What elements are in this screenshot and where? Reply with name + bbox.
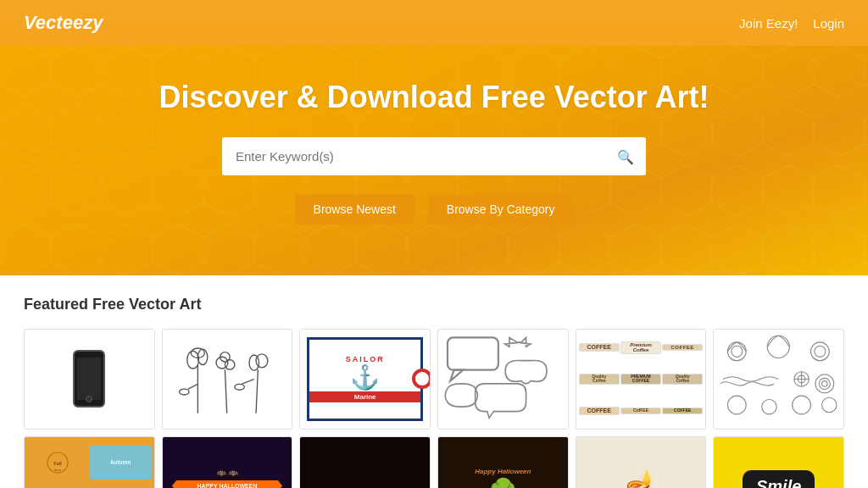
svg-point-19	[732, 346, 743, 357]
lifebuoy	[412, 369, 431, 389]
grid-item-halloween-banner[interactable]: 🦇 🦇 HAPPY HALLOWEEN HAPPY HALLOWEEN	[162, 436, 293, 488]
bat-icon: 🦇 🦇	[216, 469, 239, 478]
phone-home-button	[86, 396, 92, 402]
autumn-sub-2: Autumn	[90, 446, 151, 480]
logo[interactable]: Vecteezy	[24, 12, 103, 34]
coffee-badge-9: COFFEE	[662, 408, 703, 414]
halloween-tree-icon: 🌳	[488, 477, 518, 488]
svg-point-12	[180, 389, 189, 395]
main-content: Featured Free Vector Art	[0, 275, 868, 488]
coffee-badge-5: PREMIUMCOFFEE	[620, 374, 661, 385]
svg-point-20	[768, 336, 790, 358]
svg-point-28	[820, 378, 831, 389]
svg-text:Fall: Fall	[53, 461, 62, 466]
join-link[interactable]: Join Eezy!	[739, 16, 798, 30]
section-title: Featured Free Vector Art	[24, 296, 844, 313]
header: Vecteezy Join Eezy! Login Discover & Dow…	[0, 0, 868, 275]
grid-item-speech[interactable]	[437, 329, 569, 430]
coffee-badge-1: COFFEE	[579, 343, 620, 352]
featured-grid-row2: Fallhere Autumn 🍂here 🍁 🦇 🦇 HAPPY HALLOW…	[24, 436, 844, 488]
sailor-text-top: SAILOR	[346, 355, 385, 363]
svg-point-32	[793, 396, 811, 414]
grid-item-halloween-pumpkin[interactable]: 🎃🎃🎃	[299, 436, 431, 488]
grid-item-halloween-tree[interactable]: Happy Halloween 🌳	[437, 436, 569, 488]
svg-point-5	[216, 357, 228, 369]
featured-grid-row1: SAILOR ⚓ Marine COFFEE PremiumCoffee COF…	[24, 329, 844, 430]
diwali-lamp-icon: 🪔	[626, 468, 655, 488]
grid-item-flowers[interactable]	[162, 329, 293, 430]
hero-section: Discover & Download Free Vector Art! 🔍 B…	[0, 46, 868, 275]
svg-point-30	[728, 396, 747, 414]
svg-point-10	[256, 354, 268, 368]
svg-point-1	[187, 351, 199, 369]
svg-line-4	[225, 369, 227, 413]
svg-line-13	[242, 379, 254, 384]
svg-point-29	[822, 381, 828, 387]
halloween-banner-1: HAPPY HALLOWEEN	[172, 480, 282, 488]
svg-text:here: here	[54, 469, 62, 473]
svg-point-27	[815, 374, 834, 393]
grid-item-coffee[interactable]: COFFEE PremiumCoffee COFFEE QualityCoffe…	[576, 329, 707, 430]
search-bar: 🔍	[222, 137, 646, 175]
search-input[interactable]	[222, 137, 646, 175]
speech-svg	[442, 333, 565, 425]
top-nav: Vecteezy Join Eezy! Login	[0, 0, 868, 46]
browse-category-button[interactable]: Browse By Category	[428, 194, 574, 225]
flower-svg	[169, 335, 285, 424]
svg-point-21	[811, 342, 830, 361]
coffee-badge-8: CofFEE	[620, 408, 661, 414]
grid-item-autumn[interactable]: Fallhere Autumn 🍂here 🍁	[24, 436, 155, 488]
svg-line-11	[188, 384, 198, 389]
grid-item-phone[interactable]	[24, 329, 155, 430]
ornaments-svg	[717, 333, 840, 425]
sailor-stamp: SAILOR ⚓ Marine	[307, 337, 423, 421]
grid-item-sailor[interactable]: SAILOR ⚓ Marine	[299, 329, 431, 430]
svg-rect-15	[448, 337, 498, 369]
coffee-badge-7: COFFEE	[579, 407, 620, 415]
svg-point-31	[762, 399, 776, 413]
grid-item-ornaments[interactable]	[713, 329, 844, 430]
grid-item-diwali[interactable]: 🪔 Happy Diwali	[576, 436, 707, 488]
hero-title: Discover & Download Free Vector Art!	[17, 80, 851, 115]
halloween-tree-title: Happy Halloween	[475, 468, 531, 475]
nav-links: Join Eezy! Login	[739, 16, 844, 30]
login-link[interactable]: Login	[813, 16, 844, 30]
phone-shape	[73, 350, 105, 408]
anchor-icon: ⚓	[350, 363, 380, 391]
svg-line-8	[256, 369, 258, 413]
phone-screen	[77, 358, 101, 400]
svg-marker-16	[450, 370, 463, 381]
grid-item-smile[interactable]: Smile	[713, 436, 844, 488]
autumn-sub-1: Fallhere	[27, 446, 88, 480]
coffee-badge-2: PremiumCoffee	[620, 341, 661, 354]
svg-point-18	[728, 342, 747, 361]
coffee-badge-4: QualityCoffee	[579, 374, 620, 385]
coffee-badge-6: QualityCoffee	[662, 374, 703, 385]
svg-marker-17	[505, 337, 531, 347]
coffee-badge-3: COFFEE	[662, 344, 703, 352]
browse-newest-button[interactable]: Browse Newest	[295, 194, 415, 225]
search-icon: 🔍	[617, 148, 634, 164]
smile-bubble: Smile	[743, 470, 815, 488]
hero-buttons: Browse Newest Browse By Category	[17, 194, 851, 225]
svg-text:Autumn: Autumn	[110, 460, 131, 466]
marine-label: Marine	[309, 391, 420, 402]
svg-point-14	[235, 384, 244, 390]
svg-point-33	[822, 397, 837, 412]
svg-point-22	[815, 346, 826, 357]
